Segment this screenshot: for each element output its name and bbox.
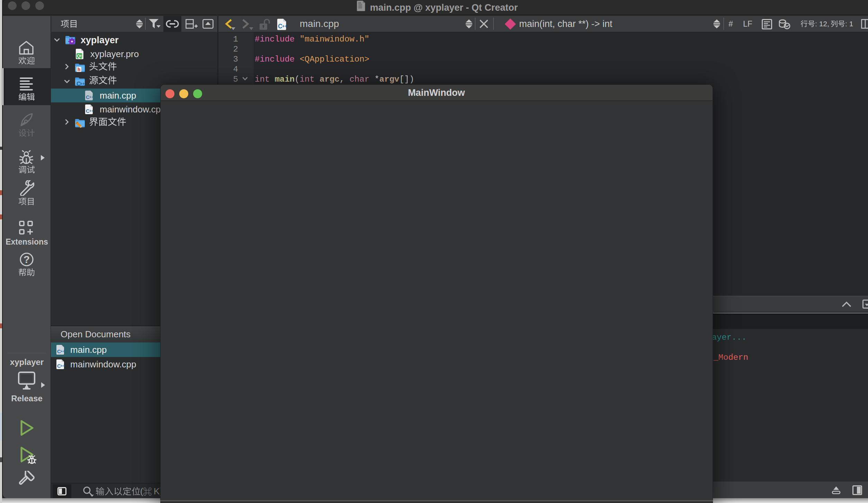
svg-text:++: ++ [282, 24, 287, 29]
svg-text:h: h [78, 67, 81, 72]
svg-text:++: ++ [89, 109, 93, 113]
svg-text:Qt: Qt [77, 54, 81, 58]
svg-text:++: ++ [80, 81, 85, 86]
svg-text:++: ++ [61, 349, 65, 353]
svg-text:++: ++ [61, 364, 65, 368]
svg-text:++: ++ [89, 95, 93, 99]
